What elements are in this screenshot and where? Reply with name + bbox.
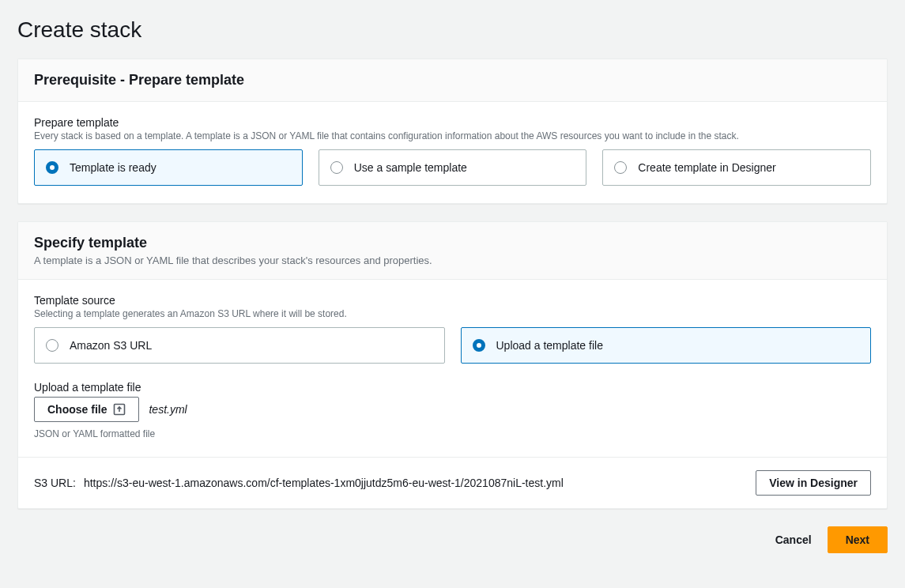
radio-label: Upload a template file xyxy=(496,339,603,352)
radio-label: Create template in Designer xyxy=(638,161,775,174)
uploaded-filename: test.yml xyxy=(149,403,187,416)
template-source-label: Template source xyxy=(34,294,871,307)
panel-specify-footer: S3 URL: https://s3-eu-west-1.amazonaws.c… xyxy=(18,457,887,508)
radio-label: Template is ready xyxy=(70,161,156,174)
panel-prerequisite: Prerequisite - Prepare template Prepare … xyxy=(17,58,888,204)
next-button[interactable]: Next xyxy=(828,526,888,553)
radio-icon xyxy=(330,161,343,174)
page-title: Create stack xyxy=(17,17,888,43)
prepare-template-label: Prepare template xyxy=(34,116,871,129)
radio-upload-file[interactable]: Upload a template file xyxy=(461,327,872,364)
panel-prerequisite-body: Prepare template Every stack is based on… xyxy=(18,102,887,203)
panel-specify-title: Specify template xyxy=(34,235,871,251)
s3-url-label: S3 URL: xyxy=(34,477,76,489)
prepare-template-help: Every stack is based on a template. A te… xyxy=(34,130,871,141)
panel-specify-header: Specify template A template is a JSON or… xyxy=(18,222,887,280)
radio-icon xyxy=(46,161,58,174)
radio-s3-url[interactable]: Amazon S3 URL xyxy=(34,327,445,364)
choose-file-label: Choose file xyxy=(47,403,107,416)
cancel-button[interactable]: Cancel xyxy=(775,533,812,546)
upload-row: Choose file test.yml xyxy=(34,397,871,422)
view-in-designer-label: View in Designer xyxy=(769,477,858,489)
wizard-footer: Cancel Next xyxy=(17,526,888,553)
radio-label: Amazon S3 URL xyxy=(70,339,152,352)
view-in-designer-button[interactable]: View in Designer xyxy=(756,470,871,496)
panel-prerequisite-title: Prerequisite - Prepare template xyxy=(34,72,871,89)
radio-create-designer[interactable]: Create template in Designer xyxy=(602,149,871,186)
radio-icon xyxy=(614,161,627,174)
choose-file-button[interactable]: Choose file xyxy=(34,397,139,422)
upload-icon xyxy=(113,403,126,416)
upload-help: JSON or YAML formatted file xyxy=(34,428,871,439)
upload-file-label: Upload a template file xyxy=(34,381,871,394)
radio-label: Use a sample template xyxy=(354,161,467,174)
radio-icon xyxy=(473,339,485,352)
s3-url-line: S3 URL: https://s3-eu-west-1.amazonaws.c… xyxy=(34,477,564,489)
template-source-help: Selecting a template generates an Amazon… xyxy=(34,308,871,319)
radio-template-ready[interactable]: Template is ready xyxy=(34,149,303,186)
prepare-template-options: Template is ready Use a sample template … xyxy=(34,149,871,186)
panel-specify-template: Specify template A template is a JSON or… xyxy=(17,221,888,509)
panel-specify-body: Template source Selecting a template gen… xyxy=(18,280,887,457)
panel-prerequisite-header: Prerequisite - Prepare template xyxy=(18,59,887,102)
panel-specify-subtitle: A template is a JSON or YAML file that d… xyxy=(34,254,871,266)
radio-sample-template[interactable]: Use a sample template xyxy=(319,149,587,186)
radio-icon xyxy=(46,339,58,352)
template-source-options: Amazon S3 URL Upload a template file xyxy=(34,327,871,364)
s3-url-value: https://s3-eu-west-1.amazonaws.com/cf-te… xyxy=(84,477,564,489)
